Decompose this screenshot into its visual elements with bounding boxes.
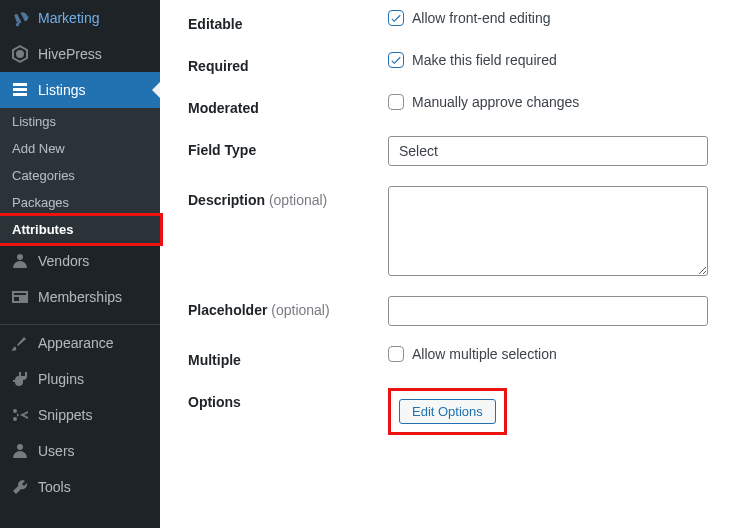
card-icon — [10, 287, 30, 307]
row-editable: Editable Allow front-end editing — [160, 0, 748, 42]
row-placeholder: Placeholder (optional) — [160, 286, 748, 336]
row-multiple: Multiple Allow multiple selection — [160, 336, 748, 378]
label-field-type: Field Type — [188, 136, 388, 158]
submenu-item-listings[interactable]: Listings — [0, 108, 160, 135]
label-editable: Editable — [188, 10, 388, 32]
checkbox-label-required: Make this field required — [412, 52, 557, 68]
sidebar-item-snippets[interactable]: Snippets — [0, 397, 160, 433]
hive-icon — [10, 44, 30, 64]
submenu-item-attributes[interactable]: Attributes — [0, 213, 163, 246]
sidebar-item-label: Appearance — [38, 335, 114, 351]
sidebar-item-label: Memberships — [38, 289, 122, 305]
input-placeholder[interactable] — [388, 296, 708, 326]
sidebar-item-users[interactable]: Users — [0, 433, 160, 469]
row-options: Options Edit Options — [160, 378, 748, 445]
checkbox-moderated[interactable] — [388, 94, 404, 110]
sidebar-item-label: Listings — [38, 82, 85, 98]
sidebar-item-memberships[interactable]: Memberships — [0, 279, 160, 315]
sidebar-item-label: Marketing — [38, 10, 99, 26]
sidebar-item-label: Vendors — [38, 253, 89, 269]
scissors-icon — [10, 405, 30, 425]
users-icon — [10, 441, 30, 461]
sidebar-item-label: HivePress — [38, 46, 102, 62]
plug-icon — [10, 369, 30, 389]
sidebar-item-plugins[interactable]: Plugins — [0, 361, 160, 397]
checkbox-editable[interactable] — [388, 10, 404, 26]
sidebar-item-label: Users — [38, 443, 75, 459]
sidebar-submenu-listings: Listings Add New Categories Packages Att… — [0, 108, 160, 246]
sidebar-item-label: Snippets — [38, 407, 92, 423]
highlight-edit-options: Edit Options — [388, 388, 507, 435]
row-moderated: Moderated Manually approve changes — [160, 84, 748, 126]
submenu-item-categories[interactable]: Categories — [0, 162, 160, 189]
sidebar-item-appearance[interactable]: Appearance — [0, 325, 160, 361]
edit-options-button[interactable]: Edit Options — [399, 399, 496, 424]
sidebar-item-label: Plugins — [38, 371, 84, 387]
sidebar-item-listings[interactable]: Listings — [0, 72, 160, 108]
checkbox-multiple[interactable] — [388, 346, 404, 362]
select-field-type[interactable]: Select — [388, 136, 708, 166]
main-content: Editable Allow front-end editing Require… — [160, 0, 748, 528]
label-multiple: Multiple — [188, 346, 388, 368]
admin-sidebar: Marketing HivePress Listings Listings Ad… — [0, 0, 160, 528]
label-placeholder: Placeholder (optional) — [188, 296, 388, 318]
checkbox-label-multiple: Allow multiple selection — [412, 346, 557, 362]
sidebar-item-marketing[interactable]: Marketing — [0, 0, 160, 36]
wrench-icon — [10, 477, 30, 497]
sidebar-item-hivepress[interactable]: HivePress — [0, 36, 160, 72]
label-moderated: Moderated — [188, 94, 388, 116]
submenu-item-packages[interactable]: Packages — [0, 189, 160, 216]
label-options: Options — [188, 388, 388, 410]
sidebar-item-vendors[interactable]: Vendors — [0, 243, 160, 279]
textarea-description[interactable] — [388, 186, 708, 276]
checkbox-required[interactable] — [388, 52, 404, 68]
user-icon — [10, 251, 30, 271]
listings-icon — [10, 80, 30, 100]
row-required: Required Make this field required — [160, 42, 748, 84]
checkbox-label-editable: Allow front-end editing — [412, 10, 551, 26]
checkbox-label-moderated: Manually approve changes — [412, 94, 579, 110]
sidebar-item-tools[interactable]: Tools — [0, 469, 160, 505]
label-required: Required — [188, 52, 388, 74]
megaphone-icon — [10, 8, 30, 28]
brush-icon — [10, 333, 30, 353]
sidebar-item-label: Tools — [38, 479, 71, 495]
row-description: Description (optional) — [160, 176, 748, 286]
row-field-type: Field Type Select — [160, 126, 748, 176]
label-description: Description (optional) — [188, 186, 388, 208]
submenu-item-add-new[interactable]: Add New — [0, 135, 160, 162]
